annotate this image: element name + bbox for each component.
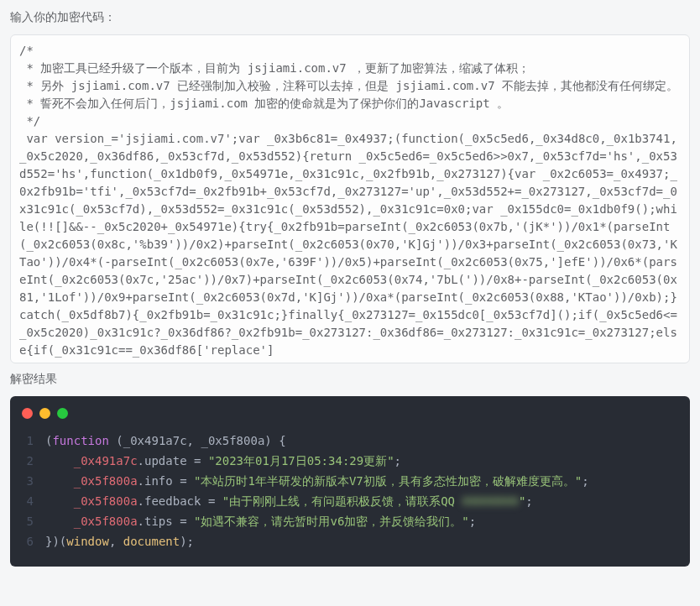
result-section-title: 解密结果 <box>10 370 690 388</box>
token <box>45 494 74 508</box>
close-icon[interactable] <box>22 408 33 419</box>
token: . <box>138 494 144 508</box>
token: ) { <box>264 434 285 447</box>
token: _0x491a7c <box>74 454 138 468</box>
token: . <box>138 454 144 468</box>
code-line: 4 _0x5f800a.feedback = "由于刚刚上线，有问题积极反馈，请… <box>22 491 678 511</box>
line-number: 3 <box>22 471 45 491</box>
line-content: (function (_0x491a7c, _0x5f800a) { <box>45 431 678 451</box>
token: = <box>173 474 194 488</box>
code-line: 3 _0x5f800a.info = "本站历时1年半研发的新版本V7初版，具有… <box>22 471 678 491</box>
token <box>45 474 74 488</box>
result-code-body: 1(function (_0x491a7c, _0x5f800a) {2 _0x… <box>22 431 678 551</box>
maximize-icon[interactable] <box>57 408 68 419</box>
line-number: 1 <box>22 431 45 451</box>
token: update <box>144 454 187 468</box>
code-line: 5 _0x5f800a.tips = "如遇不兼容，请先暂时用v6加密，并反馈给… <box>22 511 678 531</box>
token: _0x5f800a <box>74 494 138 508</box>
window-controls <box>22 408 678 419</box>
token: ; <box>469 515 476 528</box>
token: 00000000 <box>462 491 518 511</box>
line-content: _0x5f800a.tips = "如遇不兼容，请先暂时用v6加密，并反馈给我们… <box>45 511 678 531</box>
encrypted-code-textarea[interactable] <box>19 42 681 358</box>
token: _0x5f800a <box>74 515 138 528</box>
line-content: })(window, document); <box>45 531 678 551</box>
token: = <box>201 494 222 508</box>
code-line: 1(function (_0x491a7c, _0x5f800a) { <box>22 431 678 451</box>
token: })( <box>45 535 66 548</box>
token: feedback <box>144 494 201 508</box>
token: = <box>173 515 194 528</box>
token: tips <box>144 515 173 528</box>
line-number: 6 <box>22 531 45 551</box>
encrypted-code-input-wrap <box>10 34 690 363</box>
token: ; <box>582 474 588 488</box>
input-section-title: 输入你的加密代码： <box>10 8 690 26</box>
code-line: 6})(window, document); <box>22 531 678 551</box>
minimize-icon[interactable] <box>39 408 50 419</box>
token: window <box>66 535 109 548</box>
token: ( <box>109 434 123 447</box>
token: function <box>52 434 108 447</box>
token: ); <box>180 535 194 548</box>
token: , <box>109 535 123 548</box>
token: . <box>138 515 144 528</box>
line-number: 2 <box>22 451 45 471</box>
line-content: _0x5f800a.info = "本站历时1年半研发的新版本V7初版，具有多态… <box>45 471 678 491</box>
token: "如遇不兼容，请先暂时用v6加密，并反馈给我们。" <box>194 515 469 528</box>
token: _0x491a7c, _0x5f800a <box>123 434 265 447</box>
result-code-panel: 1(function (_0x491a7c, _0x5f800a) {2 _0x… <box>10 396 690 567</box>
token <box>45 515 74 528</box>
token: info <box>144 474 173 488</box>
token: "本站历时1年半研发的新版本V7初版，具有多态性加密，破解难度更高。" <box>194 474 582 488</box>
token <box>45 454 74 468</box>
token: _0x5f800a <box>74 474 138 488</box>
token: "由于刚刚上线，有问题积极反馈，请联系QQ <box>222 494 462 508</box>
line-number: 4 <box>22 491 45 511</box>
line-content: _0x5f800a.feedback = "由于刚刚上线，有问题积极反馈，请联系… <box>45 491 678 511</box>
code-line: 2 _0x491a7c.update = "2023年01月17日05:34:2… <box>22 451 678 471</box>
token: ; <box>394 454 401 468</box>
line-number: 5 <box>22 511 45 531</box>
token: = <box>187 454 208 468</box>
line-content: _0x491a7c.update = "2023年01月17日05:34:29更… <box>45 451 678 471</box>
token: "2023年01月17日05:34:29更新" <box>208 454 394 468</box>
token: document <box>123 535 180 548</box>
token: ; <box>525 494 532 508</box>
token: . <box>138 474 144 488</box>
